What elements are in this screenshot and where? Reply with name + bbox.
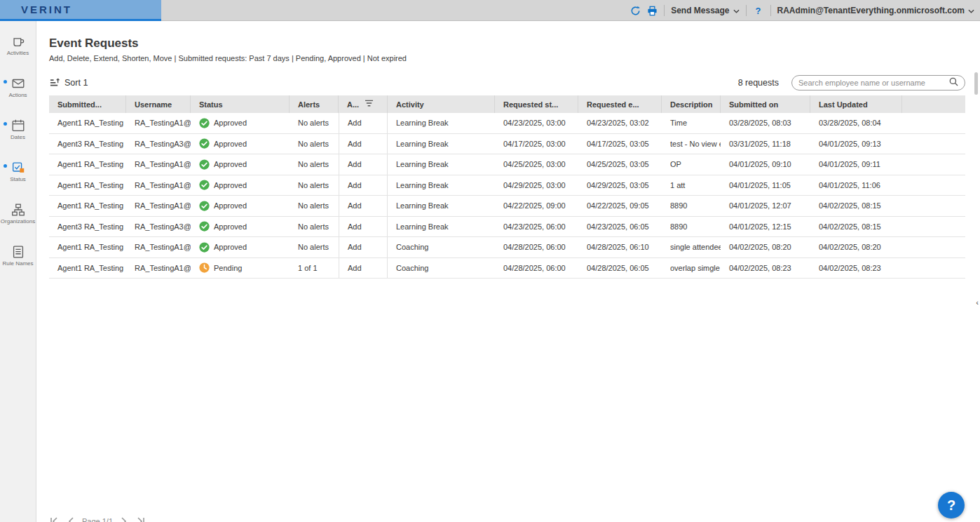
column-header-submitted-on[interactable]: Submitted on (721, 95, 810, 113)
cell-submitted-on: 04/02/2025, 08:23 (721, 258, 810, 279)
cell-activity: Learning Break (388, 113, 495, 133)
sidebar-item-organizations[interactable]: Organizations (0, 198, 36, 240)
column-header-submitted-by[interactable]: Submitted... (49, 95, 126, 113)
refresh-icon[interactable] (630, 6, 641, 16)
panel-expand-handle[interactable]: ‹ (974, 296, 980, 309)
cell-submitted-on: 04/01/2025, 12:07 (721, 196, 810, 216)
prev-page-button[interactable] (67, 517, 74, 522)
cell-alerts: No alerts (290, 113, 339, 133)
table-row[interactable]: Agent1 RA_TestingRA_TestingA1@ApprovedNo… (49, 196, 965, 217)
cell-requested-end: 04/23/2025, 06:05 (578, 217, 662, 237)
column-header-requested-start[interactable]: Requested st... (495, 95, 578, 113)
cell-spacer (902, 196, 965, 216)
cell-spacer (902, 134, 965, 154)
table-row[interactable]: Agent3 RA_TestingRA_TestingA3@ApprovedNo… (49, 134, 965, 155)
cell-submitted-on: 04/02/2025, 08:20 (721, 237, 810, 257)
cell-action: Add (339, 217, 388, 237)
cell-alerts: No alerts (290, 237, 339, 257)
column-header-status[interactable]: Status (191, 95, 290, 113)
print-icon[interactable] (647, 6, 658, 16)
column-header-action[interactable]: A... (339, 95, 388, 113)
table-row[interactable]: Agent1 RA_TestingRA_TestingA1@ApprovedNo… (49, 237, 965, 258)
chevron-down-icon (733, 6, 740, 15)
status-label: Approved (214, 140, 247, 148)
cell-last-updated: 04/02/2025, 08:23 (810, 258, 902, 279)
cell-description: overlap simgle (662, 258, 721, 279)
filter-active-dot (4, 122, 7, 126)
column-header-description[interactable]: Description (662, 95, 721, 113)
filter-active-dot (4, 164, 7, 168)
column-header-activity[interactable]: Activity (388, 95, 495, 113)
sidebar-item-status[interactable]: Status (0, 156, 36, 198)
cell-action: Add (339, 258, 388, 279)
sidebar: ActivitiesActionsDatesStatusOrganization… (0, 21, 36, 522)
cell-alerts: No alerts (290, 196, 339, 216)
page-indicator: Page 1/1 (82, 517, 113, 522)
column-header-requested-end[interactable]: Requested e... (578, 95, 662, 113)
table-row[interactable]: Agent3 RA_TestingRA_TestingA3@ApprovedNo… (49, 217, 965, 238)
cell-description: single attendee (662, 237, 721, 257)
sidebar-item-rule-names[interactable]: Rule Names (0, 240, 36, 282)
column-header-spacer (902, 95, 965, 113)
cell-action: Add (339, 134, 388, 154)
sort-icon (49, 77, 60, 88)
account-label: RAAdmin@TenantEverything.onmicrosoft.com (777, 6, 965, 15)
organizations-icon (11, 202, 26, 218)
toolbar-divider (664, 5, 665, 16)
search-box[interactable] (791, 75, 965, 91)
column-header-last-updated[interactable]: Last Updated (810, 95, 902, 113)
first-page-button[interactable] (49, 517, 59, 522)
vertical-scrollbar-thumb[interactable] (974, 72, 978, 95)
cell-action: Add (339, 175, 388, 196)
sidebar-item-dates[interactable]: Dates (0, 114, 36, 156)
account-menu[interactable]: RAAdmin@TenantEverything.onmicrosoft.com (777, 6, 975, 15)
column-header-username[interactable]: Username (126, 95, 191, 113)
sidebar-item-actions[interactable]: Actions (0, 72, 36, 114)
help-link[interactable]: ? (753, 6, 764, 16)
cell-username: RA_TestingA1@ (126, 258, 191, 279)
approved-icon (199, 201, 210, 211)
cell-requested-end: 04/17/2025, 03:05 (578, 134, 662, 154)
cell-spacer (902, 217, 965, 237)
cell-requested-end: 04/23/2025, 03:02 (578, 113, 662, 133)
table-row[interactable]: Agent1 RA_TestingRA_TestingA1@Pending1 o… (49, 258, 965, 279)
table-row[interactable]: Agent1 RA_TestingRA_TestingA1@ApprovedNo… (49, 175, 965, 196)
cell-requested-start: 04/23/2025, 06:00 (495, 217, 578, 237)
toolbar-divider (746, 5, 747, 16)
column-header-alerts[interactable]: Alerts (290, 95, 339, 113)
cell-submitted-on: 04/01/2025, 09:10 (721, 154, 810, 175)
last-page-button[interactable] (136, 517, 146, 522)
cell-activity: Learning Break (388, 217, 495, 237)
cell-requested-end: 04/28/2025, 06:05 (578, 258, 662, 279)
cell-activity: Learning Break (388, 154, 495, 175)
activities-icon (11, 34, 26, 49)
approved-icon (199, 242, 210, 253)
search-input[interactable] (798, 79, 945, 87)
cell-status: Approved (191, 113, 290, 133)
sidebar-item-label: Activities (7, 51, 29, 57)
help-fab-button[interactable]: ? (938, 492, 965, 518)
cell-submitted-on: 04/01/2025, 12:15 (721, 217, 810, 237)
status-label: Approved (214, 119, 247, 127)
chevron-down-icon (968, 6, 974, 15)
sort-button[interactable]: Sort 1 (49, 77, 88, 88)
table-body: Agent1 RA_TestingRA_TestingA1@ApprovedNo… (49, 113, 965, 279)
status-label: Approved (214, 243, 247, 251)
cell-submitted-by: Agent1 RA_Testing (49, 237, 126, 257)
send-message-button[interactable]: Send Message (671, 6, 739, 15)
filter-icon[interactable] (365, 100, 374, 109)
cell-status: Approved (191, 175, 290, 196)
search-icon[interactable] (949, 76, 958, 89)
cell-last-updated: 04/01/2025, 09:13 (810, 134, 902, 154)
sidebar-item-activities[interactable]: Activities (0, 29, 36, 72)
table-row[interactable]: Agent1 RA_TestingRA_TestingA1@ApprovedNo… (49, 154, 965, 175)
sidebar-item-label: Actions (8, 93, 27, 99)
cell-username: RA_TestingA1@ (126, 113, 191, 133)
table-row[interactable]: Agent1 RA_TestingRA_TestingA1@ApprovedNo… (49, 113, 965, 134)
next-page-button[interactable] (121, 517, 128, 522)
status-label: Pending (214, 264, 242, 272)
approved-icon (199, 118, 210, 128)
pending-icon (199, 262, 210, 273)
cell-alerts: No alerts (290, 134, 339, 154)
cell-requested-end: 04/29/2025, 03:05 (578, 175, 662, 196)
